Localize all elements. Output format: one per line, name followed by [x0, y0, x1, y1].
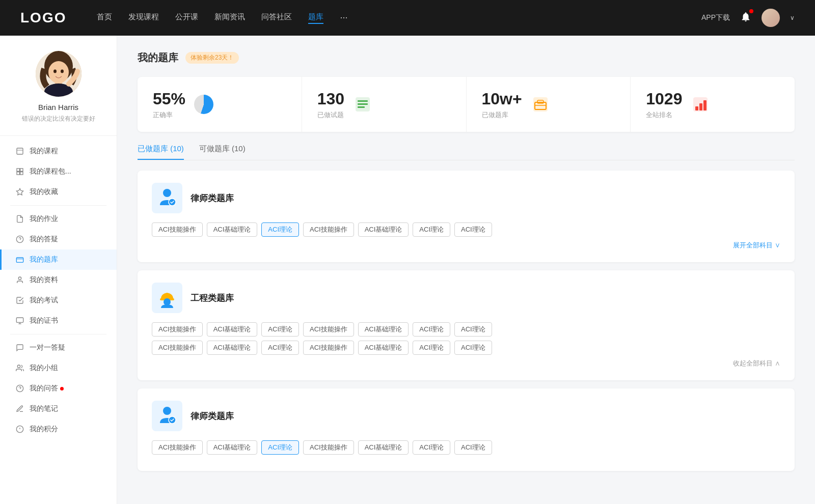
tag-lawyer2-1[interactable]: ACI基础理论: [207, 440, 258, 455]
exam-icon: [15, 296, 24, 305]
navbar-logo[interactable]: LOGO: [20, 10, 66, 26]
user-avatar[interactable]: [762, 9, 780, 27]
tag-eng-extra-6[interactable]: ACI理论: [454, 341, 492, 355]
questions-done-icon: [354, 95, 372, 114]
sidebar-item-my-course[interactable]: 我的课程: [0, 141, 117, 161]
nav-discover[interactable]: 发现课程: [128, 12, 159, 24]
points-icon: [15, 425, 24, 434]
svg-rect-12: [20, 172, 23, 175]
tag-eng-extra-4[interactable]: ACI基础理论: [358, 341, 409, 355]
tag-lawyer2-6[interactable]: ACI理论: [454, 440, 492, 455]
tag-lawyer2-2[interactable]: ACI理论: [261, 440, 299, 455]
tag-eng-extra-3[interactable]: ACI技能操作: [303, 341, 354, 355]
sidebar-item-one-on-one[interactable]: 一对一答疑: [0, 338, 117, 358]
tag-lawyer2-4[interactable]: ACI基础理论: [358, 440, 409, 455]
expand-lawyer-1[interactable]: 展开全部科目 ∨: [152, 241, 780, 250]
tag-eng-extra-0[interactable]: ACI技能操作: [152, 341, 203, 355]
sidebar-username: Brian Harris: [38, 103, 78, 111]
tag-lawyer1-4[interactable]: ACI基础理论: [358, 222, 409, 237]
tag-lawyer1-1[interactable]: ACI基础理论: [207, 222, 258, 237]
nav-open-course[interactable]: 公开课: [175, 12, 198, 24]
tags-row-lawyer-2: ACI技能操作 ACI基础理论 ACI理论 ACI技能操作 ACI基础理论 AC…: [152, 440, 780, 455]
navbar-nav: 首页 发现课程 公开课 新闻资讯 问答社区 题库 ···: [97, 12, 701, 24]
sidebar-item-my-profile[interactable]: 我的资料: [0, 270, 117, 290]
tab-available-banks[interactable]: 可做题库 (10): [199, 144, 246, 160]
tag-eng-extra-5[interactable]: ACI理论: [413, 341, 450, 355]
tag-eng-3[interactable]: ACI技能操作: [303, 322, 354, 337]
main-container: Brian Harris 错误的决定比没有决定要好 我的课程 我的课程包...: [0, 36, 815, 504]
bell-button[interactable]: [740, 11, 751, 24]
lawyer-person-icon-2: [156, 405, 178, 427]
sidebar-avatar: [36, 51, 82, 97]
svg-point-41: [164, 298, 171, 305]
bell-badge: [749, 9, 753, 13]
svg-rect-19: [16, 318, 23, 322]
tag-lawyer1-5[interactable]: ACI理论: [413, 222, 450, 237]
tag-lawyer2-5[interactable]: ACI理论: [413, 440, 450, 455]
tag-lawyer1-3[interactable]: ACI技能操作: [303, 222, 354, 237]
tag-lawyer1-0[interactable]: ACI技能操作: [152, 222, 203, 237]
sidebar-item-my-collection[interactable]: 我的收藏: [0, 182, 117, 202]
bank-icon: [15, 255, 24, 264]
sidebar-item-my-points[interactable]: 我的积分: [0, 419, 117, 439]
tab-done-banks[interactable]: 已做题库 (10): [138, 144, 184, 160]
bell-icon: [740, 11, 751, 22]
sidebar-item-my-homework[interactable]: 我的作业: [0, 209, 117, 229]
svg-rect-37: [703, 100, 707, 110]
sidebar-item-my-cert[interactable]: 我的证书: [0, 311, 117, 331]
bank-title-lawyer-1: 律师类题库: [191, 192, 234, 204]
tag-eng-5[interactable]: ACI理论: [413, 322, 450, 337]
nav-news[interactable]: 新闻资讯: [214, 12, 245, 24]
tag-eng-2[interactable]: ACI理论: [261, 322, 299, 337]
nav-bank[interactable]: 题库: [308, 12, 323, 24]
sidebar-profile: Brian Harris 错误的决定比没有决定要好: [0, 51, 117, 136]
bank-title-lawyer-2: 律师类题库: [191, 410, 234, 422]
svg-point-20: [17, 365, 20, 368]
main-content: 我的题库 体验剩余23天！ 55% 正确率 130 已做试题: [117, 36, 815, 504]
sidebar-item-my-qa[interactable]: 我的答疑: [0, 229, 117, 249]
note-icon: [15, 404, 24, 413]
profile-icon: [15, 275, 24, 285]
lawyer-person-icon-1: [156, 187, 178, 209]
navbar-right: APP下载 ∨: [701, 9, 795, 27]
sidebar-item-my-notes[interactable]: 我的笔记: [0, 399, 117, 419]
tag-lawyer2-3[interactable]: ACI技能操作: [303, 440, 354, 455]
svg-point-18: [18, 277, 21, 279]
collapse-engineer[interactable]: 收起全部科目 ∧: [152, 359, 780, 368]
sidebar-item-my-bank[interactable]: 我的题库: [0, 249, 117, 270]
tags-row-engineer-2: ACI技能操作 ACI基础理论 ACI理论 ACI技能操作 ACI基础理论 AC…: [152, 341, 780, 355]
trial-badge: 体验剩余23天！: [185, 52, 239, 64]
nav-more[interactable]: ···: [340, 12, 347, 24]
sidebar-item-homework-label: 我的作业: [30, 214, 58, 223]
svg-rect-27: [358, 100, 368, 102]
sidebar-item-qa-label: 我的答疑: [30, 235, 58, 244]
lawyer-bank-icon-1: [152, 183, 182, 213]
tag-eng-4[interactable]: ACI基础理论: [358, 322, 409, 337]
bank-title-engineer: 工程类题库: [191, 292, 234, 304]
tag-lawyer1-2[interactable]: ACI理论: [261, 222, 299, 237]
svg-rect-7: [17, 148, 23, 154]
tag-eng-0[interactable]: ACI技能操作: [152, 322, 203, 337]
tag-eng-1[interactable]: ACI基础理论: [207, 322, 258, 337]
tag-eng-6[interactable]: ACI理论: [454, 322, 492, 337]
tag-lawyer2-0[interactable]: ACI技能操作: [152, 440, 203, 455]
tabs-row: 已做题库 (10) 可做题库 (10): [138, 144, 795, 160]
sidebar-item-my-questions[interactable]: 我的问答: [0, 378, 117, 399]
engineer-icon: [156, 287, 178, 309]
tag-eng-extra-1[interactable]: ACI基础理论: [207, 341, 258, 355]
tag-lawyer1-6[interactable]: ACI理论: [454, 222, 492, 237]
sidebar-menu: 我的课程 我的课程包... 我的收藏: [0, 141, 117, 439]
sidebar-item-my-exam[interactable]: 我的考试: [0, 290, 117, 311]
avatar-dropdown-arrow[interactable]: ∨: [790, 14, 795, 21]
sidebar-item-my-course-pack[interactable]: 我的课程包...: [0, 161, 117, 182]
page-header: 我的题库 体验剩余23天！: [138, 51, 795, 65]
engineer-bank-icon: [152, 283, 182, 313]
bank-header-lawyer-1: 律师类题库: [152, 183, 780, 213]
app-download-link[interactable]: APP下载: [701, 13, 730, 22]
nav-home[interactable]: 首页: [97, 12, 112, 24]
tag-eng-extra-2[interactable]: ACI理论: [261, 341, 299, 355]
nav-qa[interactable]: 问答社区: [261, 12, 292, 24]
course-pack-icon: [15, 167, 24, 176]
stat-banks-value: 10w+: [482, 89, 522, 108]
sidebar-item-my-group[interactable]: 我的小组: [0, 358, 117, 378]
